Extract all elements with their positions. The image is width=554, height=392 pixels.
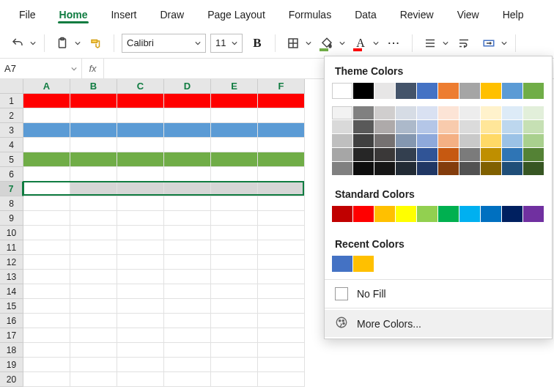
cell[interactable] [117,226,164,240]
color-swatch[interactable] [417,106,437,119]
cell[interactable] [258,123,305,138]
cell[interactable] [164,270,211,284]
cell[interactable] [70,270,117,284]
cell[interactable] [164,211,211,226]
color-swatch[interactable] [438,162,459,175]
fill-color-button[interactable] [317,33,346,53]
row-header[interactable]: 3 [0,123,23,138]
name-box[interactable]: A7 [0,59,82,78]
cell[interactable] [164,372,211,387]
cell[interactable] [211,328,258,343]
more-colors-item[interactable]: More Colors... [325,310,552,337]
color-swatch[interactable] [481,148,501,161]
borders-button[interactable] [283,33,312,53]
color-swatch[interactable] [353,256,374,272]
color-swatch[interactable] [396,148,416,161]
color-swatch[interactable] [438,148,459,161]
cell[interactable] [23,372,70,387]
color-swatch[interactable] [332,106,352,119]
color-swatch[interactable] [417,120,437,133]
cell[interactable] [23,255,70,270]
chevron-down-icon[interactable] [74,33,81,53]
paste-button[interactable] [52,33,81,53]
color-swatch[interactable] [353,134,374,147]
color-swatch[interactable] [353,83,374,99]
column-header[interactable]: B [70,79,117,94]
column-header[interactable]: C [117,79,164,94]
cell[interactable] [117,343,164,358]
color-swatch[interactable] [396,120,416,133]
row-header[interactable]: 11 [0,240,23,255]
cell[interactable] [258,196,305,211]
color-swatch[interactable] [459,106,480,119]
color-swatch[interactable] [332,134,352,147]
cell[interactable] [117,255,164,270]
row-header[interactable]: 12 [0,255,23,270]
cell[interactable] [23,94,70,108]
cell[interactable] [258,372,305,387]
cell[interactable] [211,284,258,299]
color-swatch[interactable] [459,148,480,161]
cell[interactable] [70,328,117,343]
tab-help[interactable]: Help [491,4,536,23]
row-header[interactable]: 6 [0,167,23,182]
cell[interactable] [211,255,258,270]
color-swatch[interactable] [332,206,352,222]
row-header[interactable]: 2 [0,108,23,123]
cell[interactable] [258,343,305,358]
cell[interactable] [70,152,117,167]
row-header[interactable]: 7 [0,182,23,196]
cell[interactable] [23,123,70,138]
color-swatch[interactable] [353,106,374,119]
cell[interactable] [23,108,70,123]
color-swatch[interactable] [332,162,352,175]
tab-home[interactable]: Home [48,4,100,23]
color-swatch[interactable] [374,206,395,222]
color-swatch[interactable] [353,206,374,222]
cell[interactable] [117,240,164,255]
cell[interactable] [23,270,70,284]
cell[interactable] [258,167,305,182]
cell[interactable] [211,314,258,328]
color-swatch[interactable] [417,83,437,99]
cell[interactable] [117,196,164,211]
color-swatch[interactable] [438,120,459,133]
cell[interactable] [211,138,258,152]
color-swatch[interactable] [374,120,395,133]
row-header[interactable]: 15 [0,299,23,314]
row-header[interactable]: 18 [0,343,23,358]
cell[interactable] [117,372,164,387]
font-color-button[interactable]: A [350,33,380,53]
cell[interactable] [23,240,70,255]
color-swatch[interactable] [417,162,437,175]
cell[interactable] [258,270,305,284]
color-swatch[interactable] [332,120,352,133]
cell[interactable] [211,123,258,138]
row-header[interactable]: 10 [0,226,23,240]
cell[interactable] [23,196,70,211]
color-swatch[interactable] [374,106,395,119]
color-swatch[interactable] [438,206,459,222]
cell[interactable] [23,358,70,372]
color-swatch[interactable] [332,256,352,272]
cell[interactable] [117,358,164,372]
color-swatch[interactable] [523,106,544,119]
color-swatch[interactable] [438,106,459,119]
color-swatch[interactable] [459,206,480,222]
tab-formulas[interactable]: Formulas [277,4,343,23]
row-header[interactable]: 16 [0,314,23,328]
cell[interactable] [211,108,258,123]
cell[interactable] [70,358,117,372]
row-header[interactable]: 13 [0,270,23,284]
undo-button[interactable] [7,33,37,53]
no-fill-item[interactable]: No Fill [325,281,552,306]
column-header[interactable]: E [211,79,258,94]
color-swatch[interactable] [502,162,522,175]
cell[interactable] [258,152,305,167]
cell[interactable] [117,299,164,314]
row-header[interactable]: 17 [0,328,23,343]
tab-review[interactable]: Review [388,4,446,23]
color-swatch[interactable] [459,120,480,133]
cell[interactable] [70,314,117,328]
cell[interactable] [211,270,258,284]
